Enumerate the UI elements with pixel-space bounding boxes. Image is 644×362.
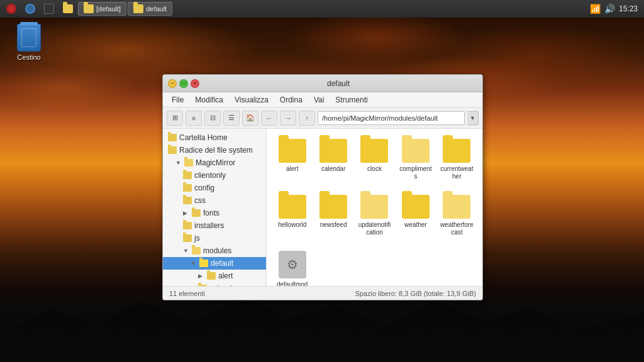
tree-css[interactable]: css	[163, 194, 266, 207]
view-list-btn[interactable]: ≡	[186, 111, 202, 126]
folder-icon-alert	[279, 139, 306, 163]
menu-file[interactable]: File	[167, 94, 189, 106]
terminal-button[interactable]	[40, 2, 58, 16]
file-label-calendar: calendar	[321, 165, 345, 173]
volume-icon: 🔊	[604, 4, 615, 14]
address-text: /home/pi/MagicMirror/modules/default	[322, 114, 438, 122]
view-detail-btn[interactable]: ☰	[223, 111, 240, 126]
maximize-button[interactable]: □	[179, 79, 188, 88]
home-folder-icon	[168, 134, 177, 141]
cartella-home-label: Cartella Home	[179, 133, 228, 142]
file-label-compliments: compliments	[399, 165, 432, 180]
close-button[interactable]: ×	[191, 79, 199, 88]
folder-calendar	[198, 285, 207, 286]
file-currentweather[interactable]: currentweather	[438, 135, 476, 189]
address-dropdown[interactable]: ▼	[467, 111, 479, 125]
back-btn[interactable]: ←	[261, 111, 277, 126]
folder-magicmirror	[184, 159, 193, 167]
folder-config	[183, 184, 192, 192]
label-clientonly: clientonly	[194, 171, 226, 180]
file-compliments[interactable]: compliments	[396, 135, 435, 189]
tree-clientonly[interactable]: clientonly	[163, 169, 266, 182]
minimize-button[interactable]: −	[168, 79, 177, 88]
up-btn[interactable]: ↑	[299, 111, 315, 126]
address-bar[interactable]: /home/pi/MagicMirror/modules/default	[318, 111, 465, 125]
file-helloworld[interactable]: helloworld	[273, 191, 311, 244]
raspberry-icon	[6, 4, 16, 14]
item-count: 11 elementi	[169, 290, 205, 297]
view-grid-btn[interactable]: ⊟	[204, 111, 221, 126]
titlebar: − □ × default	[163, 75, 482, 92]
file-manager-window: − □ × default File Modifica Visualizza O…	[162, 74, 483, 300]
window-title: default	[199, 79, 477, 88]
browser-button[interactable]	[21, 2, 39, 16]
forward-btn[interactable]: →	[280, 111, 296, 126]
folder-js	[183, 234, 192, 242]
folder-modules	[192, 247, 201, 255]
folder-icon-helloworld	[279, 195, 306, 219]
root-folder-icon	[168, 146, 177, 154]
menu-strumenti[interactable]: Strumenti	[330, 94, 372, 106]
tree-js[interactable]: js	[163, 232, 266, 244]
file-alert[interactable]: alert	[273, 135, 311, 189]
folder-icon-sm	[63, 4, 73, 13]
folder-icon-currentweather	[443, 139, 470, 163]
menu-visualizza[interactable]: Visualizza	[230, 94, 274, 106]
chevron-icon: ▼	[175, 160, 182, 166]
wifi-icon: 📶	[590, 4, 601, 14]
taskbar-right: 📶 🔊 15:23	[590, 4, 641, 14]
label-alert: alert	[218, 272, 233, 280]
globe-icon	[25, 4, 35, 14]
file-defaultmodules[interactable]: ⚙ defaultmodules.js	[273, 247, 311, 286]
tree-installers[interactable]: installers	[163, 219, 266, 232]
file-pane: alert calendar clock compliments current…	[267, 129, 482, 286]
window-controls: − □ ×	[168, 79, 199, 88]
files-button[interactable]	[59, 2, 77, 16]
label-installers: installers	[194, 221, 224, 230]
view-icon-btn[interactable]: ⊞	[167, 111, 183, 126]
trash-label: Cestino	[17, 53, 40, 61]
sidebar: Cartella Home Radice del file system ▼ M…	[163, 129, 267, 286]
folder-icon-clock	[360, 139, 388, 163]
tree-magicmirror[interactable]: ▼ MagicMirror	[163, 156, 266, 169]
content-area: Cartella Home Radice del file system ▼ M…	[163, 129, 482, 286]
file-label-updatenotification: updatenotification	[358, 221, 391, 236]
label-fonts: fonts	[203, 209, 219, 217]
file-weatherforecast[interactable]: weatherforecast	[438, 191, 476, 244]
tree-config[interactable]: config	[163, 182, 266, 194]
folder-icon-task2	[133, 4, 143, 13]
tree-fonts[interactable]: ▶ fonts	[163, 207, 266, 219]
trash-desktop-icon[interactable]: Cestino	[9, 24, 49, 61]
file-label-helloworld: helloworld	[278, 221, 306, 229]
tree-modules[interactable]: ▼ modules	[163, 244, 266, 257]
chevron-modules: ▼	[183, 248, 189, 254]
file-calendar[interactable]: calendar	[314, 135, 352, 189]
folder-css	[183, 197, 192, 204]
tree-default[interactable]: ▼ default	[163, 257, 266, 270]
sidebar-root[interactable]: Radice del file system	[163, 144, 266, 156]
file-label-weather: weather	[404, 221, 427, 229]
tree-alert[interactable]: ▶ alert	[163, 270, 266, 282]
toolbar: ⊞ ≡ ⊟ ☰ 🏠 ← → ↑ /home/pi/MagicMirror/mod…	[163, 107, 482, 129]
file-weather[interactable]: weather	[396, 191, 435, 244]
file-clock[interactable]: clock	[355, 135, 394, 189]
file-label-defaultmodules: defaultmodules.js	[275, 281, 309, 286]
menu-ordina[interactable]: Ordina	[275, 94, 308, 106]
taskbar: [default] default 📶 🔊 15:23	[0, 0, 644, 18]
start-button[interactable]	[3, 2, 20, 16]
file-updatenotification[interactable]: updatenotification	[355, 191, 394, 244]
file-newsfeed[interactable]: newsfeed	[314, 191, 352, 244]
label-js: js	[194, 234, 200, 243]
folder-default	[199, 260, 208, 267]
taskbar-left: [default] default	[3, 2, 172, 16]
window-task-default[interactable]: default	[128, 2, 172, 16]
sidebar-home[interactable]: Cartella Home	[163, 131, 266, 144]
menu-modifica[interactable]: Modifica	[190, 94, 228, 106]
folder-icon-weatherforecast	[443, 195, 470, 219]
window-task-default-bracket[interactable]: [default]	[78, 2, 126, 16]
file-label-currentweather: currentweather	[440, 165, 474, 180]
folder-icon-task	[84, 4, 94, 13]
home-btn[interactable]: 🏠	[242, 111, 258, 126]
menu-vai[interactable]: Vai	[309, 94, 329, 106]
folder-alert	[207, 272, 216, 280]
